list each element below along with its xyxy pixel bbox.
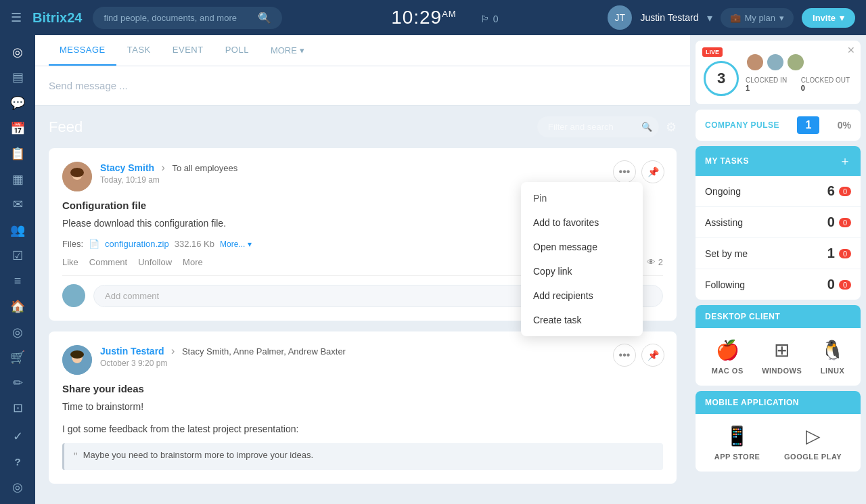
task-row-ongoing[interactable]: Ongoing 6 0: [696, 176, 861, 207]
post-arrow-icon-2: ›: [171, 345, 175, 357]
sidebar-item-goals[interactable]: ◎: [4, 321, 31, 344]
feed-controls: 🔍 ⚙: [537, 116, 677, 137]
platform-windows-label: WINDOWS: [762, 367, 802, 375]
svg-point-7: [70, 350, 84, 359]
task-row-assisting[interactable]: Assisting 0 0: [696, 207, 861, 238]
task-row-setbyme[interactable]: Set by me 1 0: [696, 238, 861, 269]
post-pin-button-1[interactable]: 📌: [641, 160, 664, 183]
post-pin-button-2[interactable]: 📌: [641, 344, 664, 367]
feed-header: Feed 🔍 ⚙: [49, 116, 677, 137]
filter-search-bar[interactable]: 🔍: [537, 116, 659, 137]
platform-windows[interactable]: ⊞ WINDOWS: [762, 339, 802, 375]
clock-display: 10:29AM 🏳 0: [293, 7, 597, 28]
sidebar-item-mail[interactable]: ✉: [4, 193, 31, 216]
sidebar-item-chat[interactable]: 💬: [4, 91, 31, 114]
context-menu-copy[interactable]: Copy link: [521, 259, 643, 283]
plan-icon: 💼: [730, 13, 741, 23]
tab-task[interactable]: TASK: [116, 35, 162, 66]
task-assisting-badge: 0: [839, 218, 851, 227]
task-setbyme-nums: 1 0: [827, 246, 851, 261]
post-dots-button-2[interactable]: •••: [613, 344, 636, 367]
post-author-1[interactable]: Stacy Smith: [100, 162, 154, 173]
platform-linux[interactable]: 🐧 LINUX: [821, 339, 845, 375]
post-header-2: Justin Testard › Stacy Smith, Anne Palme…: [62, 345, 663, 375]
post-author-2[interactable]: Justin Testard: [100, 346, 164, 357]
post-avatar-justin: [62, 345, 92, 375]
close-live-icon[interactable]: ✕: [847, 45, 855, 55]
sidebar-item-check[interactable]: ✓: [4, 425, 31, 448]
file-more-1[interactable]: More... ▾: [220, 239, 252, 249]
sidebar-item-contacts[interactable]: 👥: [4, 219, 31, 242]
sidebar-item-sign[interactable]: ✏: [4, 371, 31, 394]
desktop-client-header: DESKTOP CLIENT: [696, 305, 861, 328]
unfollow-button-1[interactable]: Unfollow: [138, 257, 172, 267]
invite-button[interactable]: Invite ▾: [802, 8, 855, 28]
post-card-2: ••• 📌 Justin Testard: [49, 331, 677, 484]
tab-message[interactable]: MESSAGE: [49, 35, 116, 66]
views-1: 👁 2: [647, 257, 663, 267]
pulse-label: COMPANY PULSE: [705, 120, 779, 130]
sidebar-item-tasks[interactable]: ☑: [4, 244, 31, 267]
context-menu-pin[interactable]: Pin: [521, 186, 643, 210]
sidebar-item-filters[interactable]: ≡: [4, 269, 31, 292]
google-play-item[interactable]: ▷ GOOGLE PLAY: [784, 425, 842, 461]
tab-poll[interactable]: POLL: [214, 35, 260, 66]
filter-input[interactable]: [548, 122, 636, 132]
sidebar-item-calendar[interactable]: 📅: [4, 117, 31, 140]
clocked-info: CLOCKED IN 1 CLOCKED OUT 0: [746, 76, 852, 92]
post-meta-1: Stacy Smith › To all employees Today, 10…: [100, 162, 663, 185]
task-ongoing-label: Ongoing: [705, 186, 741, 197]
user-avatar[interactable]: JT: [608, 5, 632, 30]
sidebar-item-activity[interactable]: ◎: [4, 41, 31, 64]
sidebar-item-tasks-list[interactable]: 📋: [4, 142, 31, 165]
context-menu-open[interactable]: Open message: [521, 235, 643, 259]
like-button-1[interactable]: Like: [62, 257, 78, 267]
pulse-count: 1: [797, 116, 819, 134]
desktop-client-label: DESKTOP CLIENT: [705, 312, 780, 321]
task-row-following[interactable]: Following 0 0: [696, 269, 861, 300]
user-name[interactable]: Justin Testard: [640, 12, 698, 23]
clocked-in-label: CLOCKED IN: [746, 76, 787, 84]
compose-tabs: MESSAGE TASK EVENT POLL MORE ▾: [35, 35, 690, 66]
task-ongoing-nums: 6 0: [827, 183, 851, 199]
sidebar-item-home[interactable]: 🏠: [4, 295, 31, 318]
more-button-1[interactable]: More: [183, 257, 203, 267]
invite-dropdown-icon: ▾: [840, 13, 844, 23]
feed-settings-icon[interactable]: ⚙: [666, 120, 677, 135]
sidebar-item-help[interactable]: ?: [4, 451, 31, 474]
post-card-1: ••• 📌 Stacy: [49, 148, 677, 321]
tab-more[interactable]: MORE ▾: [260, 35, 315, 66]
compose-input[interactable]: Send message ...: [35, 66, 690, 105]
user-dropdown-icon[interactable]: ▾: [707, 12, 712, 24]
sidebar-item-feed[interactable]: ▤: [4, 66, 31, 89]
sidebar-item-shop[interactable]: 🛒: [4, 346, 31, 369]
sidebar-item-storage[interactable]: ⊡: [4, 397, 31, 420]
post-card-actions-1: ••• 📌: [613, 160, 664, 183]
nav-right: JT Justin Testard ▾ 💼 My plan ▾ Invite ▾: [608, 5, 855, 30]
platform-mac-label: MAC OS: [712, 367, 744, 375]
live-avatar-3: [786, 53, 805, 72]
sidebar-item-profile[interactable]: ◎: [4, 476, 31, 499]
live-counter: 3: [704, 61, 739, 96]
apple-icon: 🍎: [716, 339, 739, 361]
post-dots-button-1[interactable]: •••: [613, 160, 636, 183]
hamburger-icon[interactable]: ☰: [11, 10, 22, 25]
tab-event[interactable]: EVENT: [162, 35, 214, 66]
global-search-bar[interactable]: 🔍: [93, 7, 282, 29]
file-name-1[interactable]: configuration.zip: [105, 239, 169, 249]
my-plan-button[interactable]: 💼 My plan ▾: [721, 8, 794, 28]
my-tasks-add-button[interactable]: ＋: [839, 153, 851, 169]
task-following-nums: 0 0: [827, 277, 851, 292]
sidebar-item-crm[interactable]: ▦: [4, 168, 31, 191]
flag-badge: 🏳 0: [480, 14, 499, 24]
live-avatar-1: [746, 53, 765, 72]
context-menu-recipients[interactable]: Add recipients: [521, 283, 643, 308]
clocked-out-val: 0: [801, 84, 805, 92]
platform-mac[interactable]: 🍎 MAC OS: [712, 339, 744, 375]
search-input[interactable]: [104, 13, 252, 23]
context-menu-task[interactable]: Create task: [521, 308, 643, 332]
pulse-percent: 0%: [838, 120, 851, 131]
context-menu-favorites[interactable]: Add to favorites: [521, 210, 643, 235]
comment-button-1[interactable]: Comment: [89, 257, 127, 267]
app-store-item[interactable]: 📱 APP STORE: [714, 425, 760, 461]
